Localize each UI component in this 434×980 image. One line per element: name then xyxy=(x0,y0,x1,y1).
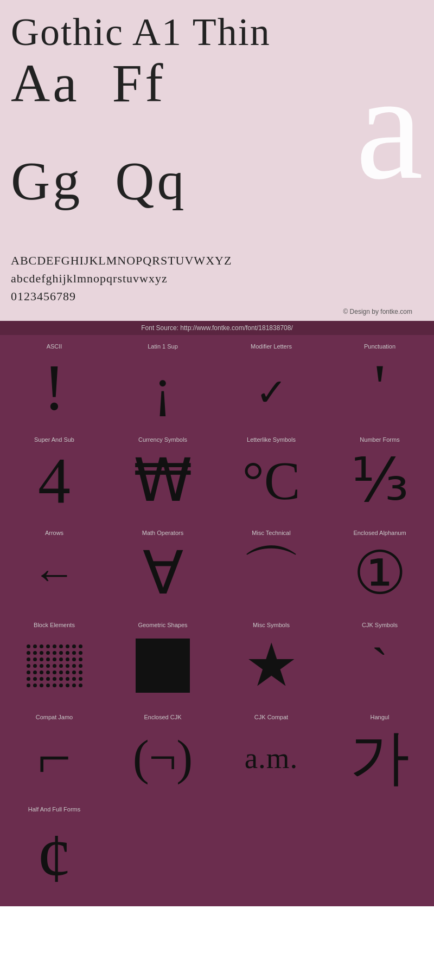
glyph-latin1sup: ¡ xyxy=(154,355,171,420)
letter-pair-qq: Qq xyxy=(115,154,187,208)
block-dots-grid xyxy=(24,642,85,690)
dot xyxy=(66,644,69,648)
cell-hangul: Hangul 가 xyxy=(326,706,434,798)
dot xyxy=(59,684,63,687)
dark-section: Font Source: http://www.fontke.com/font/… xyxy=(0,321,434,906)
cell-cjkcompat: CJK Compat a.m. xyxy=(217,706,326,798)
dot xyxy=(27,644,30,648)
dot xyxy=(72,651,76,655)
glyph-arrows: ← xyxy=(33,541,76,605)
cell-empty-3 xyxy=(326,798,434,906)
cell-miscsymbols: Misc Symbols ★ xyxy=(217,614,326,706)
dot xyxy=(40,657,43,661)
dot xyxy=(33,664,37,668)
cell-superandsub: Super And Sub 4 xyxy=(0,428,108,521)
dot xyxy=(59,657,63,661)
dot xyxy=(66,664,69,668)
cell-compatjamo: Compat Jamo ⌐ xyxy=(0,706,108,798)
label-misctech: Misc Technical xyxy=(252,530,290,536)
label-latin1sup: Latin 1 Sup xyxy=(148,343,178,350)
cell-currency: Currency Symbols ₩ xyxy=(108,428,217,521)
dot xyxy=(53,644,56,648)
glyph-numberforms: ⅓ xyxy=(351,448,409,513)
glyph-blockelements xyxy=(24,634,85,698)
cell-cjksymbols: CJK Symbols ` xyxy=(326,614,434,706)
letter-pairs-row1: Aa Ff a xyxy=(11,56,423,165)
dot xyxy=(40,677,43,681)
label-numberforms: Number Forms xyxy=(360,436,399,443)
cell-arrows: Arrows ← xyxy=(0,521,108,614)
dot xyxy=(40,670,43,674)
cell-geometricshapes: Geometric Shapes xyxy=(108,614,217,706)
cell-halfandfull: Half And Full Forms ¢ xyxy=(0,798,108,906)
cell-letterlike: Letterlike Symbols °C xyxy=(217,428,326,521)
dot xyxy=(72,664,76,668)
dot xyxy=(46,670,50,674)
label-compatjamo: Compat Jamo xyxy=(36,714,73,720)
dot xyxy=(79,657,82,661)
dot xyxy=(66,657,69,661)
dot xyxy=(46,684,50,687)
cell-numberforms: Number Forms ⅓ xyxy=(326,428,434,521)
glyph-modifier: ✓ xyxy=(256,355,288,420)
label-currency: Currency Symbols xyxy=(138,436,187,443)
dot xyxy=(33,670,37,674)
label-blockelements: Block Elements xyxy=(34,622,75,628)
dot xyxy=(53,677,56,681)
label-cjksymbols: CJK Symbols xyxy=(362,622,398,628)
dot xyxy=(59,670,63,674)
glyph-miscsymbols: ★ xyxy=(245,634,298,698)
label-geometricshapes: Geometric Shapes xyxy=(138,622,187,628)
copyright: © Design by fontke.com xyxy=(11,305,423,318)
dot xyxy=(53,670,56,674)
star-glyph: ★ xyxy=(245,636,298,695)
label-mathops: Math Operators xyxy=(142,530,183,536)
label-letterlike: Letterlike Symbols xyxy=(247,436,296,443)
dot xyxy=(27,684,30,687)
alphabet-lower: abcdefghijklmnopqrstuvwxyz xyxy=(11,269,423,287)
dot xyxy=(46,657,50,661)
cell-misctech: Misc Technical ⌒ xyxy=(217,521,326,614)
glyph-geometricshapes xyxy=(136,634,190,698)
glyph-ascii: ! xyxy=(43,355,65,420)
alphabet-upper: ABCDEFGHIJKLMNOPQRSTUVWXYZ xyxy=(11,252,423,269)
label-enclosedcjk: Enclosed CJK xyxy=(144,714,181,720)
cell-empty-1 xyxy=(108,798,217,906)
label-punctuation: Punctuation xyxy=(364,343,395,350)
dot xyxy=(79,684,82,687)
glyph-misctech: ⌒ xyxy=(241,541,301,605)
glyph-halfandfull: ¢ xyxy=(37,818,72,898)
dot xyxy=(53,651,56,655)
symbols-grid: ASCII ! Latin 1 Sup ¡ Modifier Letters ✓… xyxy=(0,335,434,906)
glyph-punctuation: ' xyxy=(374,355,386,420)
dot xyxy=(33,677,37,681)
alphabet-section: ABCDEFGHIJKLMNOPQRSTUVWXYZ abcdefghijklm… xyxy=(0,246,434,321)
header-section: Gothic A1 Thin Aa Ff a Gg Qq xyxy=(0,0,434,246)
glyph-cjksymbols: ` xyxy=(372,634,388,698)
cell-latin1sup: Latin 1 Sup ¡ xyxy=(108,335,217,428)
dot xyxy=(33,684,37,687)
dot xyxy=(59,664,63,668)
dot xyxy=(53,684,56,687)
dot xyxy=(27,651,30,655)
letter-pairs-row2: Gg Qq xyxy=(11,154,423,241)
glyph-letterlike: °C xyxy=(242,448,301,513)
dot xyxy=(66,684,69,687)
letter-pair-aa: Aa xyxy=(11,56,80,111)
dot xyxy=(72,644,76,648)
dot xyxy=(79,664,82,668)
glyph-hangul: 가 xyxy=(350,726,410,790)
dot xyxy=(72,684,76,687)
cell-blockelements: Block Elements xyxy=(0,614,108,706)
label-superandsub: Super And Sub xyxy=(34,436,74,443)
font-source-bar: Font Source: http://www.fontke.com/font/… xyxy=(0,321,434,335)
dot xyxy=(79,651,82,655)
dot xyxy=(79,644,82,648)
glyph-superandsub: 4 xyxy=(38,448,71,513)
letter-pair-gg: Gg xyxy=(11,154,82,208)
label-miscsymbols: Misc Symbols xyxy=(253,622,290,628)
cell-enclosedcjk: Enclosed CJK (¬) xyxy=(108,706,217,798)
dot xyxy=(72,670,76,674)
cell-punctuation: Punctuation ' xyxy=(326,335,434,428)
glyph-compatjamo: ⌐ xyxy=(37,726,71,790)
